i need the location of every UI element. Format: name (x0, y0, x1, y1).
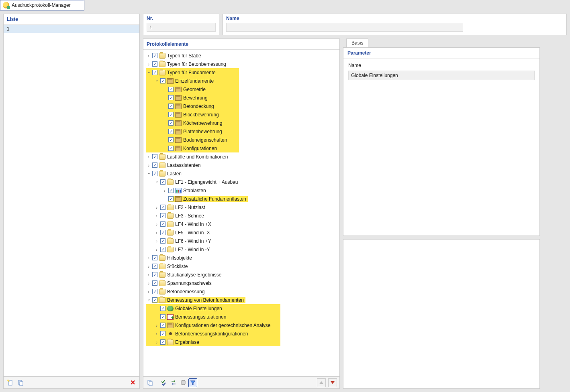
tree-item[interactable]: ⌄Lasten (146, 169, 339, 178)
chevron-right-icon[interactable]: › (154, 230, 159, 236)
chevron-right-icon[interactable]: › (154, 339, 159, 345)
checkbox[interactable] (168, 137, 174, 142)
checkbox[interactable] (160, 314, 165, 319)
chevron-right-icon[interactable]: › (154, 247, 159, 252)
tree-item[interactable]: Blockbewehrung (146, 110, 239, 119)
checkbox[interactable] (152, 280, 157, 286)
chevron-down-icon[interactable]: ⌄ (146, 170, 151, 176)
checkbox[interactable] (152, 53, 157, 58)
checkbox[interactable] (160, 331, 165, 336)
tree-item[interactable]: ›Hilfsobjekte (146, 254, 339, 262)
param-name-value[interactable]: Globale Einstellungen (348, 71, 535, 80)
tree-item[interactable]: ›Konfigurationen der geotechnischen Anal… (146, 321, 280, 329)
checkbox[interactable] (152, 154, 157, 159)
database-button[interactable] (179, 378, 188, 387)
chevron-right-icon[interactable]: › (154, 221, 159, 227)
copy-button[interactable] (16, 378, 25, 387)
checkbox[interactable] (152, 264, 157, 269)
new-button[interactable] (6, 378, 15, 387)
checkbox[interactable] (168, 120, 174, 126)
chevron-right-icon[interactable]: › (146, 53, 151, 59)
checkbox[interactable] (152, 70, 157, 75)
checkbox[interactable] (160, 339, 165, 345)
tree-item[interactable]: ›Betonbemessung (146, 287, 339, 296)
tree-item[interactable]: Bemessungssituationen (146, 313, 280, 321)
tree-item[interactable]: ›Stückliste (146, 262, 339, 270)
chevron-right-icon[interactable]: › (154, 238, 159, 244)
checkbox[interactable] (168, 87, 174, 92)
tree-item[interactable]: Konfigurationen (146, 144, 239, 152)
checkbox[interactable] (160, 205, 165, 210)
tree-item[interactable]: ›Statikanalyse-Ergebnisse (146, 270, 339, 279)
checkbox[interactable] (160, 230, 165, 235)
checkbox[interactable] (160, 306, 165, 311)
tree-item[interactable]: Zusätzliche Fundamentlasten (146, 195, 339, 203)
checkbox[interactable] (152, 289, 157, 294)
checkbox[interactable] (152, 297, 157, 303)
tab-basis[interactable]: Basis (346, 39, 368, 47)
check-all-button[interactable] (159, 378, 168, 387)
tree-item[interactable]: ›Lastfälle und Kombinationen (146, 152, 339, 161)
tree-item[interactable]: ›Stablasten (146, 186, 339, 195)
checkbox[interactable] (152, 171, 157, 176)
chevron-right-icon[interactable]: › (154, 213, 159, 219)
tree-item[interactable]: ›LF3 - Schnee (146, 211, 339, 220)
checkbox[interactable] (160, 221, 165, 227)
name-input[interactable] (226, 23, 463, 32)
chevron-right-icon[interactable]: › (154, 205, 159, 210)
tree-item[interactable]: ⌄LF1 - Eigengewicht + Ausbau (146, 178, 339, 186)
checkbox[interactable] (152, 255, 157, 260)
chevron-right-icon[interactable]: › (154, 331, 159, 337)
checkbox[interactable] (168, 112, 174, 117)
tree-item[interactable]: ›Typen für Betonbemessung (146, 60, 339, 68)
checkbox[interactable] (160, 213, 165, 218)
tree-item[interactable]: ›Typen für Stäbe (146, 51, 339, 60)
tree-item[interactable]: ›LF4 - Wind in +X (146, 220, 339, 228)
delete-button[interactable]: ✕ (128, 378, 137, 387)
chevron-down-icon[interactable]: ⌄ (146, 69, 151, 75)
tree-item[interactable]: Plattenbewehrung (146, 127, 239, 136)
chevron-right-icon[interactable]: › (146, 272, 151, 278)
checkbox[interactable] (160, 238, 165, 244)
tree-item[interactable]: ›LF7 - Wind in -Y (146, 245, 339, 254)
checkbox[interactable] (152, 162, 157, 168)
checkbox[interactable] (160, 247, 165, 252)
tree-copy-button[interactable] (146, 378, 155, 387)
chevron-down-icon[interactable]: ⌄ (154, 77, 159, 83)
chevron-right-icon[interactable]: › (162, 188, 168, 193)
tree-item[interactable]: ›LF2 - Nutzlast (146, 203, 339, 211)
checkbox[interactable] (160, 78, 165, 83)
checkbox[interactable] (152, 61, 157, 67)
tree-item[interactable]: ›Lastassistenten (146, 161, 339, 169)
chevron-right-icon[interactable]: › (154, 323, 159, 328)
tree-item[interactable]: ›Spannungsnachweis (146, 279, 339, 287)
checkbox[interactable] (168, 146, 174, 151)
checkbox[interactable] (168, 104, 174, 109)
nr-input[interactable]: 1 (147, 23, 216, 32)
checkbox[interactable] (168, 188, 174, 193)
tree-item[interactable]: ›LF6 - Wind in +Y (146, 237, 339, 245)
checkbox[interactable] (168, 196, 174, 201)
checkbox[interactable] (160, 179, 165, 185)
checkbox[interactable] (168, 95, 174, 100)
checkbox[interactable] (160, 323, 165, 328)
chevron-down-icon[interactable]: ⌄ (146, 297, 151, 302)
tree-item[interactable]: ⌄Bemessung von Betonfundamenten (146, 296, 339, 304)
chevron-right-icon[interactable]: › (146, 162, 151, 168)
tree-item[interactable]: Globale Einstellungen (146, 304, 280, 313)
tree-item[interactable]: ⌄Einzelfundamente (146, 77, 239, 85)
tree-item[interactable]: Geometrie (146, 85, 239, 93)
chevron-right-icon[interactable]: › (146, 289, 151, 295)
chevron-right-icon[interactable]: › (146, 61, 151, 67)
move-down-button[interactable] (328, 378, 337, 387)
tree-item[interactable]: Bodeneigenschaften (146, 136, 239, 144)
chevron-right-icon[interactable]: › (146, 264, 151, 269)
tree-item[interactable]: ⌄Typen für Fundamente (146, 68, 239, 77)
chevron-right-icon[interactable]: › (146, 154, 151, 160)
tree-item[interactable]: ›Ergebnisse (146, 338, 280, 346)
tree-item[interactable]: Bewehrung (146, 93, 239, 102)
tree-item[interactable]: ›LF5 - Wind in -X (146, 228, 339, 237)
filter-button[interactable] (188, 378, 197, 387)
checkbox[interactable] (168, 129, 174, 134)
chevron-right-icon[interactable]: › (146, 280, 151, 286)
